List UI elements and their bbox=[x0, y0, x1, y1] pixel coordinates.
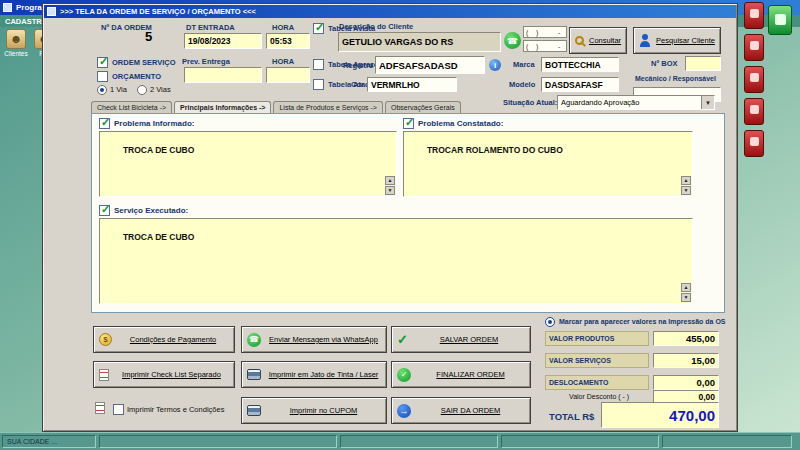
prev-hora-label: HORA bbox=[272, 57, 294, 66]
problema-informado-textarea[interactable]: TROCA DE CUBO ▲ ▼ bbox=[99, 131, 397, 197]
imprimir-cupom-label: Imprimir no CUPOM bbox=[266, 406, 381, 415]
imprimir-cupom-button[interactable]: Imprimir no CUPOM bbox=[241, 397, 387, 424]
prev-entrega-field[interactable] bbox=[184, 67, 262, 83]
whatsapp-icon: ☎ bbox=[247, 333, 261, 347]
descricao-cliente-field[interactable]: GETULIO VARGAS DO RS bbox=[338, 32, 501, 52]
toolbar-clientes-button[interactable]: ☻ Clientes bbox=[3, 29, 29, 57]
finalizar-ordem-label: FINALIZAR ORDEM bbox=[416, 370, 525, 379]
app-icon bbox=[3, 3, 12, 12]
sidebar-icon[interactable] bbox=[744, 2, 764, 29]
imprimir-termos-checkbox[interactable] bbox=[113, 404, 124, 415]
imprimir-termos-label: Imprimir Termos e Condições bbox=[127, 405, 224, 414]
whatsapp-button[interactable]: ☎ Enviar Mensagem via WhatsApp bbox=[241, 326, 387, 353]
prev-hora-field[interactable] bbox=[266, 67, 310, 83]
document-icon bbox=[99, 369, 109, 381]
situacao-value: Aguardando Aprovação bbox=[561, 98, 639, 107]
terms-document-icon bbox=[95, 402, 105, 414]
deslocamento-label: DESLOCAMENTO bbox=[545, 375, 649, 390]
sidebar-icon[interactable] bbox=[744, 98, 764, 125]
finalizar-ordem-button[interactable]: ✓ FINALIZAR ORDEM bbox=[391, 361, 531, 388]
dt-entrada-field[interactable]: 19/08/2023 bbox=[184, 33, 262, 49]
total-value: 470,00 bbox=[601, 402, 719, 428]
service-order-window: >>> TELA DA ORDEM DE SERVIÇO / ORÇAMENTO… bbox=[42, 3, 738, 432]
via1-radio[interactable] bbox=[97, 85, 107, 95]
tab-observacoes[interactable]: Observações Gerais bbox=[385, 101, 461, 113]
scroll-up-icon[interactable]: ▲ bbox=[385, 176, 395, 185]
prev-entrega-label: Prev. Entrega bbox=[182, 57, 230, 66]
cor-label: Cor bbox=[351, 80, 364, 89]
info-glyph: i bbox=[494, 61, 496, 70]
via2-radio[interactable] bbox=[137, 85, 147, 95]
nbox-field[interactable] bbox=[685, 56, 721, 71]
finalize-icon: ✓ bbox=[397, 368, 411, 382]
scrollbar[interactable]: ▲ ▼ bbox=[681, 176, 691, 195]
tabela-atacado-checkbox[interactable] bbox=[313, 79, 324, 90]
deslocamento-value: 0,00 bbox=[653, 375, 719, 390]
salvar-ordem-button[interactable]: ✓ SALVAR ORDEM bbox=[391, 326, 531, 353]
person-search-icon bbox=[639, 34, 651, 47]
tabela-aprazo-checkbox[interactable] bbox=[313, 59, 324, 70]
tab-checklist[interactable]: Check List Bicicleta -> bbox=[91, 101, 172, 113]
marca-field[interactable]: BOTTECCHIA bbox=[541, 57, 619, 72]
sair-ordem-label: SAIR DA ORDEM bbox=[416, 406, 525, 415]
modelo-field[interactable]: DASDSAFASF bbox=[541, 77, 619, 92]
valor-produtos-label: VALOR PRODUTOS bbox=[545, 331, 649, 346]
scroll-down-icon[interactable]: ▼ bbox=[681, 186, 691, 195]
sidebar-icon[interactable] bbox=[744, 34, 764, 61]
servico-executado-checkbox[interactable] bbox=[99, 205, 110, 216]
sidebar-exit-icon[interactable] bbox=[768, 5, 792, 35]
problema-informado-text: TROCA DE CUBO bbox=[123, 145, 194, 155]
modelo-label: Modelo bbox=[509, 80, 535, 89]
window-body: Nº DA ORDEM 5 DT ENTRADA 19/08/2023 HORA… bbox=[45, 19, 737, 431]
servico-executado-textarea[interactable]: TROCA DE CUBO ▲ ▼ bbox=[99, 218, 693, 304]
tab-principais-informacoes[interactable]: Principais Informações -> bbox=[174, 101, 271, 113]
hora-field[interactable]: 05:53 bbox=[266, 33, 310, 49]
imprimir-jato-button[interactable]: Imprimir em Jato de Tinta / Laser bbox=[241, 361, 387, 388]
registro-field[interactable]: ADFSAFSADASD bbox=[375, 56, 485, 74]
problema-informado-checkbox[interactable] bbox=[99, 118, 110, 129]
printer-icon bbox=[247, 405, 261, 416]
exit-icon: → bbox=[397, 404, 411, 418]
problema-constatado-label: Problema Constatado: bbox=[418, 119, 503, 128]
registro-label: Registro bbox=[343, 61, 373, 70]
problema-constatado-textarea[interactable]: TROCAR ROLAMENTO DO CUBO ▲ ▼ bbox=[403, 131, 693, 197]
orcamento-checkbox[interactable] bbox=[97, 71, 108, 82]
scrollbar[interactable]: ▲ ▼ bbox=[681, 283, 691, 302]
via2-label: 2 Vias bbox=[150, 85, 171, 94]
consultar-label: Consultar bbox=[589, 36, 621, 45]
scroll-down-icon[interactable]: ▼ bbox=[385, 186, 395, 195]
sidebar-icon[interactable] bbox=[744, 130, 764, 157]
ordem-servico-checkbox[interactable] bbox=[97, 57, 108, 68]
status-bar: SUA CIDADE ... bbox=[0, 432, 800, 450]
consultar-button[interactable]: Consultar bbox=[569, 27, 627, 54]
window-titlebar: >>> TELA DA ORDEM DE SERVIÇO / ORÇAMENTO… bbox=[44, 5, 736, 18]
info-icon[interactable]: i bbox=[489, 59, 501, 71]
hora-label: HORA bbox=[272, 23, 294, 32]
scroll-up-icon[interactable]: ▲ bbox=[681, 176, 691, 185]
scroll-down-icon[interactable]: ▼ bbox=[681, 293, 691, 302]
imprimir-checklist-button[interactable]: Imprimir Check List Separado bbox=[93, 361, 235, 388]
marcar-valores-radio[interactable] bbox=[545, 317, 555, 327]
servico-executado-text: TROCA DE CUBO bbox=[123, 232, 194, 242]
tab-produtos-servicos[interactable]: Lista de Produtos e Serviços -> bbox=[273, 101, 382, 113]
valor-produtos-value: 455,00 bbox=[653, 331, 719, 346]
sidebar-icon[interactable] bbox=[744, 66, 764, 93]
phone-icon: ☎ bbox=[504, 32, 521, 49]
pesquisar-cliente-button[interactable]: Pesquisar Cliente bbox=[633, 27, 721, 54]
orcamento-label: ORÇAMENTO bbox=[112, 72, 161, 81]
problema-constatado-checkbox[interactable] bbox=[403, 118, 414, 129]
fone2-field[interactable]: ( ) - bbox=[523, 40, 567, 52]
cor-field[interactable]: VERMRLHO bbox=[367, 77, 457, 92]
fone1-field[interactable]: ( ) - bbox=[523, 26, 567, 38]
scrollbar[interactable]: ▲ ▼ bbox=[385, 176, 395, 195]
condicoes-pagamento-button[interactable]: $ Condições de Pagamento bbox=[93, 326, 235, 353]
status-segment bbox=[99, 435, 337, 448]
sair-ordem-button[interactable]: → SAIR DA ORDEM bbox=[391, 397, 531, 424]
scroll-up-icon[interactable]: ▲ bbox=[681, 283, 691, 292]
dropdown-arrow-icon: ▼ bbox=[701, 96, 714, 109]
situacao-dropdown[interactable]: Aguardando Aprovação ▼ bbox=[557, 95, 715, 110]
status-segment bbox=[662, 435, 792, 448]
save-check-icon: ✓ bbox=[397, 332, 408, 347]
tabela-avista-checkbox[interactable] bbox=[313, 23, 324, 34]
ordem-servico-label: ORDEM SERVIÇO bbox=[112, 58, 176, 67]
